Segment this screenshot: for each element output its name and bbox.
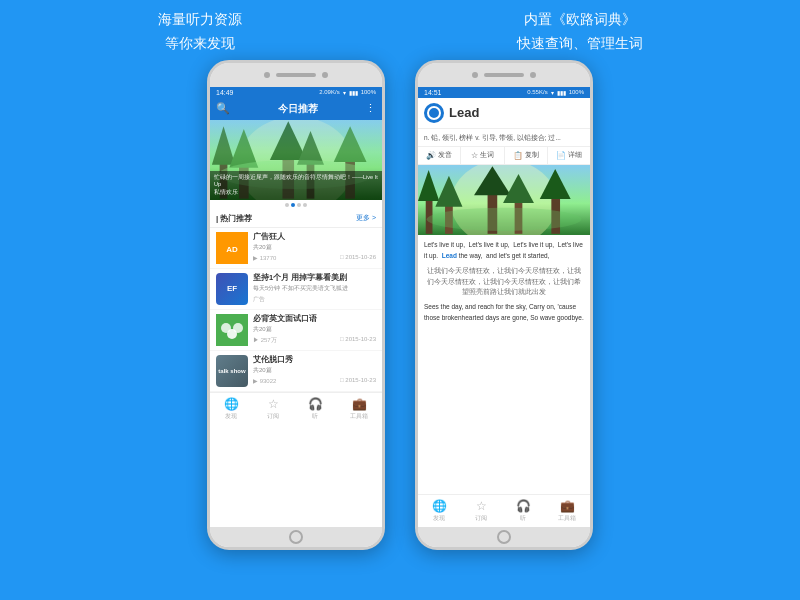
hero-image-left: 忙碌的一周接近尾声，跟随欢乐的音符尽情舞动吧！——Live It Up 私情欢乐 — [210, 120, 382, 200]
svg-point-31 — [427, 208, 582, 231]
briefcase-icon: 💼 — [352, 397, 366, 411]
time-left: 14:49 — [216, 89, 234, 96]
speaker-icon: 🔊 — [426, 151, 436, 160]
nav-toolbox[interactable]: 💼 工具箱 — [350, 397, 368, 421]
wifi-icon: ▾ — [343, 89, 346, 96]
compass-icon-2: 🌐 — [432, 499, 446, 513]
nav2-subscribe[interactable]: ☆ 订阅 — [474, 499, 488, 523]
copy-label: 复制 — [525, 151, 539, 160]
copy-btn[interactable]: 📋 复制 — [505, 147, 548, 164]
screen-right: Lead n. 铅, 领引, 榜样 v. 引导, 带领, 以铅接合; 过... … — [418, 98, 590, 527]
item1-sub: 共20篇 — [253, 243, 376, 252]
item4-views: ▶ 93022 — [253, 377, 276, 384]
item2-content: 坚持1个月 用掉字幕看美剧 每天5分钟 不如不买完美语文飞狐进 广告 — [253, 273, 376, 304]
vocab-btn[interactable]: ☆ 生词 — [461, 147, 504, 164]
list-item-3[interactable]: 必背英文面试口语 共20篇 ▶ 257万 □ 2015-10-23 — [210, 310, 382, 351]
nav2-toolbox-label: 工具箱 — [558, 514, 576, 523]
hero-line2: 私情欢乐 — [214, 189, 378, 197]
item3-sub: 共20篇 — [253, 325, 376, 334]
nav2-discover[interactable]: 🌐 发现 — [432, 499, 446, 523]
nav-subscribe[interactable]: ☆ 订阅 — [266, 397, 280, 421]
copy-icon: 📋 — [513, 151, 523, 160]
nav2-subscribe-label: 订阅 — [475, 514, 487, 523]
headphone-icon: 🎧 — [308, 397, 322, 411]
thumb-ef: EF — [216, 273, 248, 305]
status-bar-right: 14:51 0.55K/s ▾ ▮▮▮ 100% — [418, 87, 590, 98]
left-header-text: 海量听力资源 等你来发现 — [158, 8, 242, 56]
app1-toolbar: 🔍 今日推荐 ⋮ — [210, 98, 382, 120]
home-button-left[interactable] — [289, 530, 303, 544]
sensor-left — [322, 72, 328, 78]
item1-views: ▶ 13770 — [253, 254, 276, 261]
dict-word: Lead — [449, 105, 479, 120]
detail-btn[interactable]: 📄 详细 — [548, 147, 590, 164]
item4-sub: 共20篇 — [253, 366, 376, 375]
dict-hero-image — [418, 165, 590, 235]
item1-date: □ 2015-10-26 — [340, 254, 376, 261]
item2-views: 广告 — [253, 295, 265, 304]
home-button-right[interactable] — [497, 530, 511, 544]
app2-toolbar: Lead — [418, 98, 590, 129]
list-item-1[interactable]: AD 广告狂人 共20篇 ▶ 13770 □ 2015-10-26 — [210, 228, 382, 269]
menu-icon[interactable]: ⋮ — [365, 102, 376, 115]
nav2-listen-label: 听 — [520, 514, 526, 523]
logo-circle — [427, 106, 441, 120]
battery-right: 100% — [569, 89, 584, 95]
app2-logo — [424, 103, 444, 123]
signal-icon: ▮▮▮ — [349, 89, 358, 96]
item1-content: 广告狂人 共20篇 ▶ 13770 □ 2015-10-26 — [253, 232, 376, 261]
item1-meta: ▶ 13770 □ 2015-10-26 — [253, 254, 376, 261]
item3-title: 必背英文面试口语 — [253, 314, 376, 324]
compass-icon: 🌐 — [224, 397, 238, 411]
phone-top-left — [210, 63, 382, 87]
thumb-group — [216, 314, 248, 346]
item4-date: □ 2015-10-23 — [340, 377, 376, 384]
bookmark-icon-2: ☆ — [474, 499, 488, 513]
status-bar-left: 14:49 2.09K/s ▾ ▮▮▮ 100% — [210, 87, 382, 98]
nav-discover[interactable]: 🌐 发现 — [224, 397, 238, 421]
item3-views: ▶ 257万 — [253, 336, 277, 345]
highlighted-word: Lead — [442, 252, 457, 259]
phone-bottom-left — [210, 527, 382, 547]
item1-title: 广告狂人 — [253, 232, 376, 242]
detail-label: 详细 — [568, 151, 582, 160]
nav2-toolbox[interactable]: 💼 工具箱 — [558, 499, 576, 523]
speed-right: 0.55K/s — [527, 89, 547, 95]
item4-meta: ▶ 93022 □ 2015-10-23 — [253, 377, 376, 384]
bookmark-icon: ☆ — [266, 397, 280, 411]
dots-indicator — [210, 200, 382, 210]
english-text-1: Let's live it up, Let's live it up, Let'… — [424, 240, 584, 261]
speaker-right — [484, 73, 524, 77]
briefcase-icon-2: 💼 — [560, 499, 574, 513]
left-phone: 14:49 2.09K/s ▾ ▮▮▮ 100% 🔍 今日推荐 ⋮ — [207, 60, 385, 550]
chinese-text: 让我们今天尽情狂欢，让我们今天尽情狂欢，让我们今天尽情狂欢，让我们今天尽情狂欢，… — [424, 266, 584, 297]
nav2-listen[interactable]: 🎧 听 — [516, 499, 530, 523]
list-item-4[interactable]: talk show 艾伦脱口秀 共20篇 ▶ 93022 □ 2015-10-2… — [210, 351, 382, 392]
item3-date: □ 2015-10-23 — [340, 336, 376, 345]
signal-icon-right: ▮▮▮ — [557, 89, 566, 96]
speaker-left — [276, 73, 316, 77]
english-text-2: Sees the day, and reach for the sky, Car… — [424, 302, 584, 323]
headphone-icon-2: 🎧 — [516, 499, 530, 513]
screen-left: 🔍 今日推荐 ⋮ — [210, 98, 382, 527]
hero-line1: 忙碌的一周接近尾声，跟随欢乐的音符尽情舞动吧！——Live It Up — [214, 174, 378, 189]
thumb-talk: talk show — [216, 355, 248, 387]
word-definition: n. 铅, 领引, 榜样 v. 引导, 带领, 以铅接合; 过... — [418, 129, 590, 148]
star-icon: ☆ — [471, 151, 478, 160]
more-button[interactable]: 更多 > — [356, 213, 376, 223]
nav-listen[interactable]: 🎧 听 — [308, 397, 322, 421]
dot-1 — [285, 203, 289, 207]
item3-meta: ▶ 257万 □ 2015-10-23 — [253, 336, 376, 345]
dot-3 — [297, 203, 301, 207]
search-icon[interactable]: 🔍 — [216, 102, 230, 115]
list-item-2[interactable]: EF 坚持1个月 用掉字幕看美剧 每天5分钟 不如不买完美语文飞狐进 广告 — [210, 269, 382, 310]
hero-caption: 忙碌的一周接近尾声，跟随欢乐的音符尽情舞动吧！——Live It Up 私情欢乐 — [210, 171, 382, 200]
camera-right — [472, 72, 478, 78]
phone-top-right — [418, 63, 590, 87]
pronunciation-btn[interactable]: 🔊 发音 — [418, 147, 461, 164]
camera-left — [264, 72, 270, 78]
detail-icon: 📄 — [556, 151, 566, 160]
time-right: 14:51 — [424, 89, 442, 96]
app1-title: 今日推荐 — [278, 102, 318, 116]
wifi-icon-right: ▾ — [551, 89, 554, 96]
